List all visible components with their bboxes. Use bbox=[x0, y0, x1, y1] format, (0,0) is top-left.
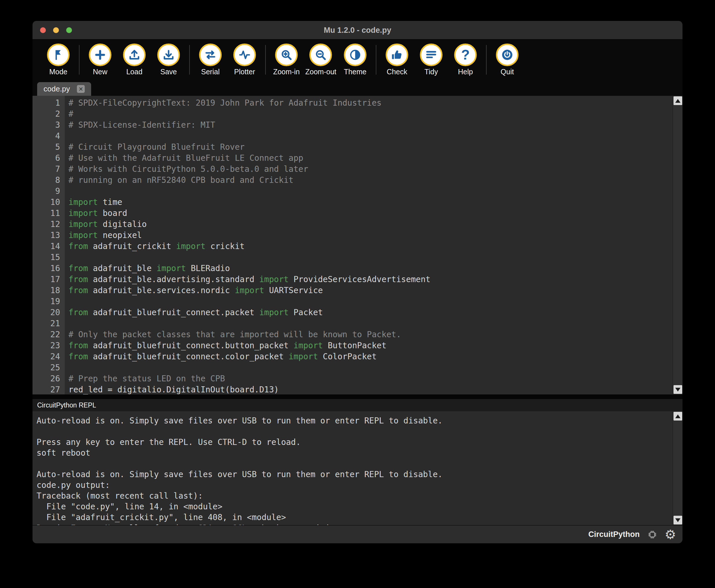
tab-code-py[interactable]: code.py ✕ bbox=[37, 82, 91, 96]
code-line: red_led = digitalio.DigitalInOut(board.D… bbox=[68, 384, 673, 394]
repl-line: soft reboot bbox=[37, 447, 673, 458]
status-mode-label: CircuitPython bbox=[588, 530, 640, 539]
minimize-window-button[interactable] bbox=[53, 27, 59, 33]
toolbar-separator bbox=[79, 45, 80, 75]
code-line bbox=[68, 252, 673, 263]
theme-button[interactable]: Theme bbox=[338, 44, 372, 76]
repl-scroll-up-button[interactable] bbox=[673, 412, 682, 421]
plotter-button-label: Plotter bbox=[234, 68, 255, 76]
repl-scrollbar-track[interactable] bbox=[673, 421, 682, 515]
repl-header: CircuitPython REPL bbox=[33, 399, 682, 411]
repl-line bbox=[37, 458, 673, 469]
arrow-down-icon bbox=[675, 388, 680, 392]
repl-pane[interactable]: Auto-reload is on. Simply save files ove… bbox=[33, 411, 682, 525]
zoom-out-button-label: Zoom-out bbox=[305, 68, 336, 76]
toolbar-separator bbox=[265, 45, 266, 75]
repl-output[interactable]: Auto-reload is on. Simply save files ove… bbox=[33, 411, 673, 525]
tab-close-icon[interactable]: ✕ bbox=[77, 85, 85, 93]
check-button-label: Check bbox=[387, 68, 407, 76]
code-line: # bbox=[68, 108, 673, 120]
line-number: 14 bbox=[33, 241, 60, 252]
thumbs-up-icon bbox=[386, 44, 408, 66]
plus-icon bbox=[89, 44, 111, 66]
line-number: 25 bbox=[33, 362, 60, 373]
mode-button-label: Mode bbox=[49, 68, 68, 76]
code-editor[interactable]: 1234567891011121314151617181920212223242… bbox=[33, 96, 682, 394]
editor-scroll-down-button[interactable] bbox=[673, 385, 682, 394]
editor-scrollbar-track[interactable] bbox=[673, 106, 682, 384]
settings-gear-icon[interactable]: ⚙ bbox=[665, 528, 676, 541]
line-number: 10 bbox=[33, 197, 60, 208]
line-number: 5 bbox=[33, 142, 60, 153]
plotter-button[interactable]: Plotter bbox=[228, 44, 262, 76]
quit-button[interactable]: Quit bbox=[490, 44, 524, 76]
quit-button-label: Quit bbox=[501, 68, 514, 76]
code-line: # SPDX-FileCopyrightText: 2019 John Park… bbox=[68, 98, 673, 108]
toolbar-separator bbox=[189, 45, 190, 75]
code-line: # Works with CircuitPython 5.0.0-beta.0 … bbox=[68, 164, 673, 175]
code-line: from adafruit_ble import BLERadio bbox=[68, 263, 673, 274]
repl-scrollbar[interactable] bbox=[673, 411, 682, 525]
code-line: import board bbox=[68, 208, 673, 219]
new-button-label: New bbox=[93, 68, 107, 76]
line-numbers: 1234567891011121314151617181920212223242… bbox=[33, 96, 65, 394]
editor-scrollbar[interactable] bbox=[673, 96, 682, 394]
line-number: 16 bbox=[33, 263, 60, 274]
new-button[interactable]: New bbox=[83, 44, 117, 76]
code-line bbox=[68, 186, 673, 197]
code-line: from adafruit_bluefruit_connect.button_p… bbox=[68, 340, 673, 351]
code-line bbox=[68, 362, 673, 373]
code-lines[interactable]: # SPDX-FileCopyrightText: 2019 John Park… bbox=[65, 96, 673, 394]
serial-button[interactable]: Serial bbox=[193, 44, 228, 76]
mode-button[interactable]: Mode bbox=[41, 44, 76, 76]
repl-header-label: CircuitPython REPL bbox=[37, 401, 96, 409]
zoom-window-button[interactable] bbox=[66, 27, 72, 33]
editor-scroll-up-button[interactable] bbox=[673, 96, 682, 105]
line-number: 12 bbox=[33, 219, 60, 230]
line-number: 1 bbox=[33, 98, 60, 108]
line-number: 17 bbox=[33, 274, 60, 285]
magnifier-plus-icon bbox=[275, 44, 298, 66]
tidy-button[interactable]: Tidy bbox=[414, 44, 448, 76]
code-line: # Prep the status LED on the CPB bbox=[68, 373, 673, 384]
code-line: import time bbox=[68, 197, 673, 208]
device-chip-icon[interactable] bbox=[647, 529, 658, 540]
pane-divider[interactable] bbox=[33, 394, 682, 399]
code-line: from adafruit_ble.advertising.standard i… bbox=[68, 274, 673, 285]
close-window-button[interactable] bbox=[40, 27, 46, 33]
code-line: import digitalio bbox=[68, 219, 673, 230]
code-line: # running on an nRF52840 CPB board and C… bbox=[68, 175, 673, 186]
tab-bar: code.py ✕ bbox=[33, 80, 682, 96]
line-number: 6 bbox=[33, 153, 60, 164]
line-number: 7 bbox=[33, 164, 60, 175]
line-number: 24 bbox=[33, 351, 60, 362]
arrow-up-icon bbox=[675, 415, 680, 418]
repl-scroll-down-button[interactable] bbox=[673, 516, 682, 524]
line-number: 13 bbox=[33, 230, 60, 241]
load-button[interactable]: Load bbox=[117, 44, 151, 76]
titlebar: Mu 1.2.0 - code.py bbox=[33, 21, 682, 40]
tidy-lines-icon bbox=[420, 44, 443, 66]
line-number: 23 bbox=[33, 340, 60, 351]
line-number: 4 bbox=[33, 131, 60, 142]
zoom-out-button[interactable]: Zoom-out bbox=[303, 44, 338, 76]
waveform-icon bbox=[233, 44, 256, 66]
code-line: import neopixel bbox=[68, 230, 673, 241]
serial-button-label: Serial bbox=[201, 68, 220, 76]
load-button-label: Load bbox=[126, 68, 143, 76]
line-number: 9 bbox=[33, 186, 60, 197]
download-icon bbox=[157, 44, 180, 66]
repl-line: Traceback (most recent call last): bbox=[37, 490, 673, 501]
line-number: 19 bbox=[33, 296, 60, 307]
tidy-button-label: Tidy bbox=[424, 68, 438, 76]
magnifier-minus-icon bbox=[309, 44, 332, 66]
help-button[interactable]: ? Help bbox=[448, 44, 483, 76]
code-line: # Circuit Playground Bluefruit Rover bbox=[68, 142, 673, 153]
zoom-in-button[interactable]: Zoom-in bbox=[269, 44, 303, 76]
line-number: 20 bbox=[33, 307, 60, 318]
save-button[interactable]: Save bbox=[151, 44, 186, 76]
line-number: 3 bbox=[33, 120, 60, 131]
check-button[interactable]: Check bbox=[380, 44, 414, 76]
repl-line bbox=[37, 426, 673, 437]
code-line: from adafruit_crickit import crickit bbox=[68, 241, 673, 252]
